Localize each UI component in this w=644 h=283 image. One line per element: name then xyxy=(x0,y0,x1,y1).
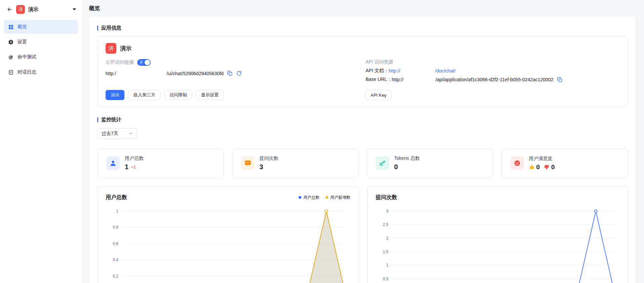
base-url-label: Base URL： xyxy=(366,77,392,83)
legend-label[interactable]: 用户总数 xyxy=(303,195,319,200)
public-link-toggle[interactable]: 开 xyxy=(137,59,151,66)
legend-label[interactable]: 用户新增数 xyxy=(330,195,350,200)
section-bar xyxy=(97,117,98,122)
sidebar-item-overview[interactable]: 概览 xyxy=(4,20,78,34)
thumb-up-count: 0 xyxy=(536,163,540,171)
legend-dot-new-users xyxy=(326,196,328,199)
chat-bubble-icon xyxy=(241,156,255,170)
base-url-path: /api/application/af1c3066-d2f2-11ef-b055… xyxy=(435,77,554,82)
api-key-button[interactable]: API Key xyxy=(366,90,391,100)
stat-cards: 用户总数 1+1 提问次数 3 Tokens 总数 0 xyxy=(97,148,628,178)
toggle-state-label: 开 xyxy=(140,60,143,65)
app-logo: 演 xyxy=(16,5,25,14)
users-line-chart: 10.80.60.40.20 xyxy=(106,204,350,283)
api-credentials-label: API 访问凭据 xyxy=(366,59,619,65)
section-bar xyxy=(97,26,98,31)
sidebar-item-label: 对话日志 xyxy=(17,69,36,75)
thumb-down-icon xyxy=(544,164,550,170)
chevron-down-icon[interactable] xyxy=(73,8,76,10)
sidebar: 演 演示 概览 设置 命中测试 对话日志 xyxy=(0,0,82,283)
svg-text:1: 1 xyxy=(386,263,388,268)
section-app-info: 应用信息 xyxy=(97,25,628,31)
chart-card-questions: 提问次数 32.521.510.50 xyxy=(367,186,628,283)
app-card-title: 演示 xyxy=(120,45,131,52)
stat-value: 1 xyxy=(125,163,128,171)
public-link-url: http:/ /ui/chat/52806d29405630fd xyxy=(106,70,366,76)
sidebar-item-hit-test[interactable]: 命中测试 xyxy=(4,50,78,64)
url-prefix: http:/ xyxy=(106,71,116,76)
stat-value: 0 xyxy=(394,163,398,171)
content-panel: 应用信息 演 演示 公开访问链接 开 ht xyxy=(89,17,636,283)
api-doc-link-path[interactable]: /doc/chat/ xyxy=(435,68,456,74)
chevron-down-icon xyxy=(128,131,133,136)
stat-label: 用户总数 xyxy=(125,155,144,161)
thumb-up-icon xyxy=(529,164,535,170)
stat-value: 3 xyxy=(260,163,263,171)
refresh-icon[interactable] xyxy=(236,70,242,76)
stat-label: 提问次数 xyxy=(260,155,278,161)
charts-row: 用户总数 用户总数 用户新增数 10.80.60.40.20 提问次数 32.5… xyxy=(97,186,628,283)
copy-icon[interactable] xyxy=(227,70,233,76)
svg-text:0.2: 0.2 xyxy=(113,274,118,279)
app-name: 演示 xyxy=(28,6,69,13)
thumb-down-count: 0 xyxy=(551,163,555,171)
stat-card-questions: 提问次数 3 xyxy=(232,148,358,178)
page-title: 概览 xyxy=(82,0,644,17)
stat-delta: +1 xyxy=(131,164,136,170)
app-action-buttons: 演示 嵌入第三方 访问限制 显示设置 xyxy=(106,90,366,100)
stat-card-users: 用户总数 1+1 xyxy=(97,148,224,178)
svg-text:3: 3 xyxy=(386,209,388,214)
chart-card-users: 用户总数 用户总数 用户新增数 10.80.60.40.20 xyxy=(97,186,359,283)
stat-label: Tokens 总数 xyxy=(394,155,420,161)
url-path: /ui/chat/52806d29405630fd xyxy=(166,71,224,76)
gear-icon xyxy=(8,39,14,45)
embed-third-party-button[interactable]: 嵌入第三方 xyxy=(128,90,160,100)
svg-text:0.5: 0.5 xyxy=(383,277,388,281)
base-url-prefix: http:// xyxy=(392,77,404,82)
section-monitor-label: 监控统计 xyxy=(101,116,121,123)
svg-text:2: 2 xyxy=(386,236,388,241)
user-icon xyxy=(106,156,120,170)
main-area: 概览 应用信息 演 演示 公开访问链接 开 xyxy=(82,0,644,283)
sidebar-item-label: 概览 xyxy=(17,24,27,30)
key-icon xyxy=(376,156,389,170)
access-restriction-button[interactable]: 访问限制 xyxy=(164,90,192,100)
svg-text:1.5: 1.5 xyxy=(383,249,388,254)
target-icon xyxy=(8,54,14,60)
svg-text:1: 1 xyxy=(116,209,118,214)
questions-line-chart: 32.521.510.50 xyxy=(376,204,620,283)
demo-button[interactable]: 演示 xyxy=(106,90,124,100)
stat-label: 用户满意度 xyxy=(529,156,559,162)
toggle-knob xyxy=(145,60,150,65)
sidebar-item-settings[interactable]: 设置 xyxy=(4,35,78,49)
chart-title: 用户总数 xyxy=(106,194,127,201)
document-icon xyxy=(8,69,14,75)
sidebar-item-label: 命中测试 xyxy=(17,54,36,60)
api-doc-link-prefix[interactable]: http:// xyxy=(388,68,400,74)
smiley-icon xyxy=(510,156,524,170)
svg-text:0.6: 0.6 xyxy=(113,241,118,246)
app-card-logo: 演 xyxy=(106,43,116,54)
api-credentials-block: API 访问凭据 API 文档： http:// /doc/chat/ Base… xyxy=(366,59,619,83)
section-monitor: 监控统计 xyxy=(97,116,628,123)
public-link-block: 公开访问链接 开 http:/ /ui/chat/52806d29405630f… xyxy=(106,59,366,76)
grid-icon xyxy=(8,24,14,30)
chart-legend: 用户总数 用户新增数 xyxy=(299,195,350,200)
chart-title: 提问次数 xyxy=(376,194,397,201)
svg-text:0.8: 0.8 xyxy=(113,225,118,230)
sidebar-header: 演 演示 xyxy=(0,0,82,19)
sidebar-item-label: 设置 xyxy=(17,39,27,45)
display-settings-button[interactable]: 显示设置 xyxy=(196,90,224,100)
time-range-value: 过去7天 xyxy=(102,131,118,137)
sidebar-nav: 概览 设置 命中测试 对话日志 xyxy=(0,19,82,82)
sidebar-item-chat-logs[interactable]: 对话日志 xyxy=(4,65,78,79)
svg-text:0.4: 0.4 xyxy=(113,257,118,262)
app-info-card: 演 演示 公开访问链接 开 http:/ / xyxy=(97,37,628,107)
svg-text:2.5: 2.5 xyxy=(383,222,388,227)
back-arrow-icon[interactable] xyxy=(7,6,13,12)
stat-card-satisfaction: 用户满意度 0 0 xyxy=(501,148,628,178)
time-range-select[interactable]: 过去7天 xyxy=(97,128,137,139)
public-link-label: 公开访问链接 xyxy=(106,59,134,65)
copy-icon[interactable] xyxy=(557,77,563,83)
section-app-info-label: 应用信息 xyxy=(101,25,121,31)
